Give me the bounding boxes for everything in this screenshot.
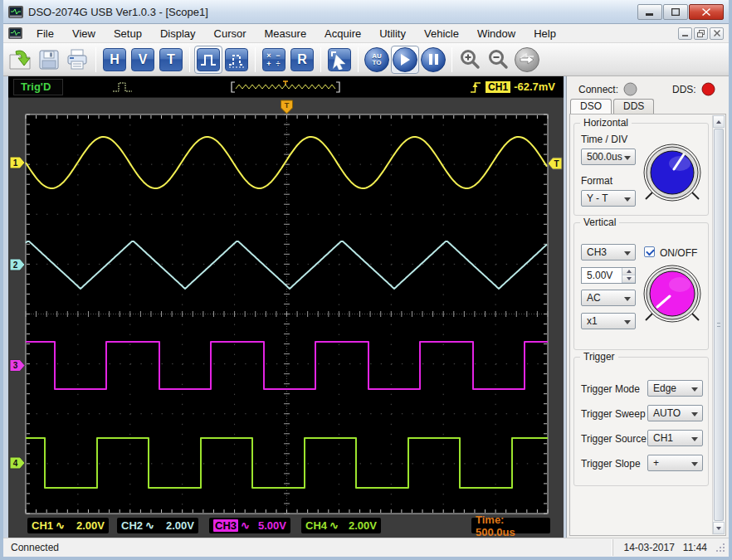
- pointer-icon: [329, 50, 349, 70]
- app-icon: [8, 6, 23, 18]
- mdi-minimize-button[interactable]: [678, 27, 692, 40]
- volts-div-stepper[interactable]: 5.00V: [581, 267, 636, 284]
- stepper-down-button[interactable]: [622, 275, 635, 283]
- menu-utility[interactable]: Utility: [370, 25, 415, 42]
- status-date: 14-03-2017: [623, 542, 674, 553]
- maximize-button[interactable]: [663, 4, 688, 20]
- cursor-measure-button[interactable]: [325, 46, 354, 74]
- minimize-button[interactable]: [637, 4, 662, 20]
- trigger-position-marker[interactable]: T: [281, 100, 293, 114]
- print-button[interactable]: [63, 46, 91, 74]
- dso-tab-content: Horizontal Time / DIV 500.0us Format Y -…: [569, 114, 726, 536]
- menu-file[interactable]: File: [27, 25, 63, 42]
- pulse-dual-button[interactable]: [222, 46, 251, 74]
- svg-text:2: 2: [13, 261, 18, 270]
- trigger-level-marker[interactable]: T: [548, 158, 562, 169]
- reference-button[interactable]: R: [288, 46, 316, 74]
- channel-select[interactable]: CH3: [581, 244, 636, 261]
- ch1-readout[interactable]: CH1 ∿ 2.00V: [27, 518, 109, 533]
- chevron-down-icon: [691, 387, 698, 392]
- scrollbar-thumb[interactable]: [714, 129, 724, 521]
- open-button[interactable]: [7, 46, 35, 74]
- ch1-name: CH1: [32, 519, 53, 532]
- scope-column: Trig'D CH1 -62.7mV 1234TT CH1 ∿ 2.00V: [8, 76, 564, 538]
- toolbar-separator: [320, 47, 321, 72]
- tab-dso[interactable]: DSO: [570, 99, 612, 114]
- trigger-group-title: Trigger: [580, 351, 618, 363]
- ch2-position-marker[interactable]: 2: [10, 259, 25, 270]
- chevron-down-icon: [624, 197, 631, 202]
- menu-cursor[interactable]: Cursor: [205, 25, 256, 42]
- scope-display: 1234TT CH1 ∿ 2.00V CH2 ∿ 2.00V CH3 ∿: [8, 98, 564, 538]
- toolbar-separator: [95, 47, 96, 72]
- menu-acquire[interactable]: Acquire: [315, 25, 370, 42]
- format-value: Y - T: [587, 192, 608, 204]
- menu-window[interactable]: Window: [468, 25, 525, 42]
- horizontal-group: Horizontal Time / DIV 500.0us Format Y -…: [573, 123, 709, 216]
- horizontal-position-knob[interactable]: [637, 137, 708, 208]
- svg-text:1: 1: [13, 158, 18, 168]
- menu-setup[interactable]: Setup: [105, 25, 151, 42]
- vertical-position-knob[interactable]: [637, 258, 708, 329]
- acquisition-pulse-icon: [111, 80, 139, 95]
- save-button[interactable]: [35, 46, 63, 74]
- channel-value: CH3: [587, 246, 607, 258]
- transfer-button[interactable]: [513, 46, 541, 74]
- ch3-position-marker[interactable]: 3: [10, 360, 25, 372]
- trigger-sweep-select[interactable]: AUTO: [647, 405, 703, 421]
- waveform-position-preview[interactable]: [229, 80, 342, 95]
- trigger-slope-value: +: [653, 457, 659, 469]
- probe-value: x1: [587, 315, 598, 327]
- probe-select[interactable]: x1: [581, 313, 636, 329]
- ch2-coupling-icon: ∿: [145, 519, 154, 532]
- document-icon: [8, 27, 22, 39]
- trigger-slope-select[interactable]: +: [647, 455, 703, 471]
- pulse-single-button[interactable]: [194, 46, 222, 74]
- ch4-readout[interactable]: CH4 ∿ 2.00V: [301, 518, 381, 533]
- menu-display[interactable]: Display: [151, 25, 205, 42]
- ch1-volts: 2.00V: [76, 519, 105, 532]
- stepper-up-button[interactable]: [622, 268, 635, 275]
- mdi-minimize-icon: [682, 30, 689, 37]
- ch4-coupling-icon: ∿: [329, 519, 339, 532]
- format-select[interactable]: Y - T: [581, 190, 636, 207]
- ch2-readout[interactable]: CH2 ∿ 2.00V: [117, 518, 198, 533]
- menu-help[interactable]: Help: [525, 25, 565, 42]
- trigger-panel-button[interactable]: T: [157, 46, 185, 74]
- trigger-mode-select[interactable]: Edge: [647, 380, 703, 397]
- tab-dds[interactable]: DDS: [613, 99, 654, 114]
- trigger-source-badge[interactable]: CH1: [486, 81, 510, 93]
- menu-vehicle[interactable]: Vehicle: [415, 25, 468, 42]
- letter-h-icon: H: [103, 48, 126, 71]
- trigger-group: Trigger Trigger Mode Edge Trigger Sweep …: [573, 357, 709, 486]
- preview-waveform: [236, 85, 335, 89]
- dds-label: DDS:: [672, 84, 696, 95]
- run-button[interactable]: [391, 46, 419, 74]
- zoom-out-button[interactable]: [485, 46, 513, 74]
- pause-button[interactable]: [419, 46, 447, 74]
- scroll-down-button[interactable]: [713, 522, 725, 534]
- channel-onoff-checkbox[interactable]: [644, 246, 655, 257]
- ch1-position-marker[interactable]: 1: [10, 157, 25, 168]
- ch3-readout[interactable]: CH3 ∿ 5.00V: [209, 518, 290, 533]
- trigger-source-select[interactable]: CH1: [647, 430, 703, 446]
- vertical-panel-button[interactable]: V: [129, 46, 157, 74]
- zoom-in-button[interactable]: [456, 46, 485, 74]
- mdi-restore-button[interactable]: [694, 27, 708, 40]
- resize-grip[interactable]: [715, 543, 725, 553]
- close-button[interactable]: [689, 4, 724, 20]
- scroll-up-button[interactable]: [713, 115, 725, 128]
- mdi-close-button[interactable]: [710, 27, 724, 40]
- coupling-select[interactable]: AC: [581, 290, 636, 306]
- menu-measure[interactable]: Measure: [256, 25, 316, 42]
- horizontal-panel-button[interactable]: H: [100, 46, 129, 74]
- letter-v-icon: V: [131, 48, 154, 71]
- time-div-select[interactable]: 500.0us: [581, 149, 636, 165]
- autoset-button[interactable]: AUTO: [363, 46, 391, 74]
- trigger-edge-icon: [470, 80, 482, 95]
- channel-readouts: CH1 ∿ 2.00V CH2 ∿ 2.00V CH3 ∿ 5.00V: [8, 518, 564, 533]
- menu-view[interactable]: View: [63, 25, 105, 42]
- ch4-position-marker[interactable]: 4: [10, 457, 25, 469]
- onoff-label: ON/OFF: [660, 247, 697, 259]
- math-button[interactable]: ×−+÷: [260, 46, 288, 74]
